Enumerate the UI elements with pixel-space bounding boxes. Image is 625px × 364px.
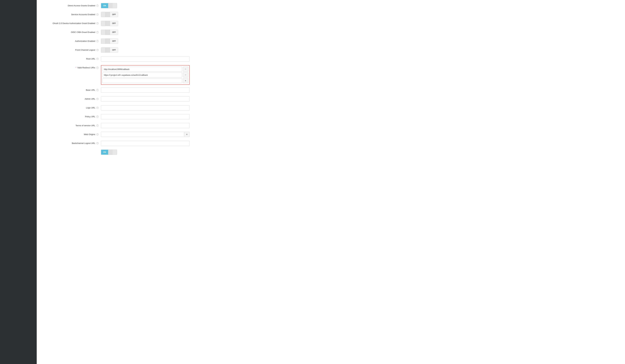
control-valid-redirect-uris: − − +	[101, 65, 619, 85]
root-url-input[interactable]	[101, 56, 190, 61]
add-redirect-uri[interactable]: +	[183, 78, 188, 83]
toggle-off-label: OFF	[110, 30, 118, 35]
help-icon-terms-of-service-url[interactable]: ?	[96, 124, 98, 127]
help-icon-backchannel-logout-url[interactable]: ?	[96, 142, 98, 144]
toggle-on-label	[101, 30, 105, 35]
help-icon-root-url[interactable]: ?	[96, 58, 98, 60]
logo-url-input[interactable]	[101, 105, 190, 110]
label-web-origins: Web Origins ?	[43, 132, 101, 136]
label-authorization-enabled: Authorization Enabled ?	[43, 38, 101, 43]
control-root-url	[101, 56, 619, 61]
toggle-off-label: OFF	[110, 12, 118, 17]
base-url-input[interactable]	[101, 88, 190, 93]
toggle-off-label: OFF	[110, 48, 118, 53]
toggle-on-label	[101, 12, 105, 17]
label-valid-redirect-uris: * Valid Redirect URIs ?	[43, 65, 101, 69]
control-base-url	[101, 88, 619, 93]
toggle-front-channel-logout[interactable]: OFF	[101, 47, 118, 53]
label-backchannel-logout-url: Backchannel Logout URL ?	[43, 141, 101, 145]
field-admin-url: Admin URL ?	[43, 96, 619, 102]
help-icon-oidc-ciba[interactable]: ?	[96, 31, 98, 33]
control-logo-url	[101, 105, 619, 110]
toggle-bottom[interactable]: ON	[101, 150, 117, 155]
toggle-knob	[105, 21, 110, 26]
help-icon-service-accounts[interactable]: ?	[96, 13, 98, 16]
help-icon-oauth-device[interactable]: ?	[96, 22, 98, 25]
label-oauth-device: OAuth 2.0 Device Authorization Grant Ena…	[43, 21, 101, 25]
control-front-channel-logout: OFF	[101, 47, 619, 53]
label-admin-url: Admin URL ?	[43, 96, 101, 100]
redirect-uri-input-0[interactable]	[102, 67, 182, 72]
help-icon-base-url[interactable]: ?	[96, 89, 98, 91]
control-web-origins: +	[101, 132, 619, 137]
help-icon-valid-redirect-uris[interactable]: ?	[96, 67, 98, 69]
admin-url-input[interactable]	[101, 96, 190, 102]
toggle-knob	[105, 12, 110, 17]
toggle-oidc-ciba[interactable]: OFF	[101, 30, 118, 35]
control-oidc-ciba: OFF	[101, 30, 619, 35]
label-policy-url: Policy URL ?	[43, 114, 101, 118]
field-root-url: Root URL ?	[43, 56, 619, 62]
toggle-off-label	[113, 150, 117, 155]
toggle-off-label	[113, 3, 117, 8]
sidebar	[0, 0, 37, 364]
redirect-uris-section: − − +	[101, 65, 190, 85]
toggle-knob	[108, 150, 113, 155]
label-direct-access-grants: Direct Access Grants Enabled ?	[43, 3, 101, 7]
backchannel-logout-url-input[interactable]	[101, 141, 190, 146]
label-terms-of-service-url: Terms of service URL ?	[43, 123, 101, 127]
help-icon-direct-access-grants[interactable]: ?	[96, 5, 98, 7]
toggle-oauth-device[interactable]: OFF	[101, 21, 118, 26]
toggle-knob	[105, 30, 110, 35]
control-bottom-toggle: ON	[101, 150, 619, 155]
help-icon-admin-url[interactable]: ?	[96, 98, 98, 100]
field-logo-url: Logo URL ?	[43, 105, 619, 111]
help-icon-web-origins[interactable]: ?	[96, 133, 98, 135]
field-backchannel-logout-url: Backchannel Logout URL ?	[43, 141, 619, 147]
toggle-on-label: ON	[101, 150, 108, 155]
control-policy-url	[101, 114, 619, 119]
control-oauth-device: OFF	[101, 21, 619, 26]
remove-redirect-uri-1[interactable]: −	[183, 72, 188, 77]
field-authorization-enabled: Authorization Enabled ? OFF	[43, 38, 619, 45]
toggle-on-label: ON	[101, 3, 108, 8]
field-front-channel-logout: Front Channel Logout ? OFF	[43, 47, 619, 54]
help-icon-logo-url[interactable]: ?	[96, 107, 98, 109]
toggle-authorization-enabled[interactable]: OFF	[101, 38, 118, 44]
redirect-uri-input-1[interactable]	[102, 72, 182, 77]
help-icon-policy-url[interactable]: ?	[96, 116, 98, 118]
field-service-accounts: Service Accounts Enabled ? OFF	[43, 12, 619, 18]
terms-of-service-url-input[interactable]	[101, 123, 190, 128]
label-root-url: Root URL ?	[43, 56, 101, 61]
redirect-uri-input-2[interactable]	[102, 78, 182, 83]
redirect-uri-row-1: −	[102, 72, 188, 77]
toggle-on-label	[101, 48, 105, 53]
label-bottom-toggle	[43, 150, 101, 151]
control-service-accounts: OFF	[101, 12, 619, 17]
toggle-off-label: OFF	[110, 39, 118, 44]
field-terms-of-service-url: Terms of service URL ?	[43, 123, 619, 129]
policy-url-input[interactable]	[101, 114, 190, 119]
web-origins-input[interactable]	[101, 132, 184, 137]
control-terms-of-service-url	[101, 123, 619, 128]
redirect-uri-row-0: −	[102, 67, 188, 72]
field-policy-url: Policy URL ?	[43, 114, 619, 120]
field-oauth-device: OAuth 2.0 Device Authorization Grant Ena…	[43, 21, 619, 27]
remove-redirect-uri-0[interactable]: −	[183, 67, 188, 72]
field-direct-access-grants: Direct Access Grants Enabled ? ON	[43, 3, 619, 9]
label-base-url: Base URL ?	[43, 88, 101, 91]
toggle-knob	[105, 39, 110, 44]
toggle-knob	[108, 3, 113, 8]
control-backchannel-logout-url	[101, 141, 619, 146]
help-icon-authorization-enabled[interactable]: ?	[96, 40, 98, 42]
help-icon-front-channel-logout[interactable]: ?	[96, 49, 98, 51]
control-direct-access-grants: ON	[101, 3, 619, 8]
web-origins-wrap: +	[101, 132, 190, 137]
toggle-service-accounts[interactable]: OFF	[101, 12, 118, 17]
field-bottom-toggle: ON	[43, 150, 619, 156]
redirect-uri-row-2: +	[102, 78, 188, 83]
add-web-origin-button[interactable]: +	[184, 132, 190, 137]
toggle-direct-access-grants[interactable]: ON	[101, 3, 117, 8]
toggle-off-label: OFF	[110, 21, 118, 26]
label-front-channel-logout: Front Channel Logout ?	[43, 47, 101, 52]
